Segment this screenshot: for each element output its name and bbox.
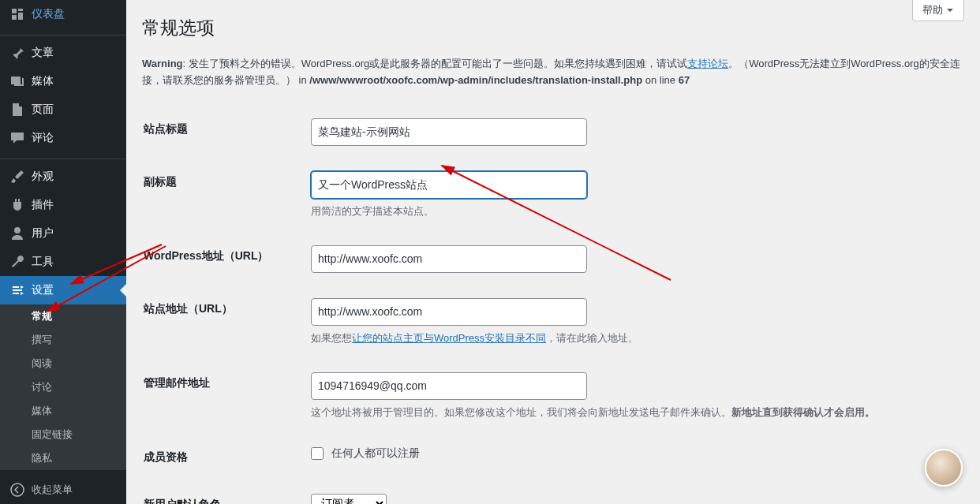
- sidebar-item-tools[interactable]: 工具: [0, 248, 126, 276]
- membership-label: 成员资格: [144, 435, 301, 480]
- site-title-label: 站点标题: [144, 106, 301, 158]
- admin-email-label: 管理邮件地址: [144, 360, 301, 433]
- help-tab[interactable]: 帮助: [912, 0, 964, 21]
- site-url-label: 站点地址（URL）: [144, 286, 301, 359]
- media-icon: [9, 73, 25, 89]
- sidebar-item-users[interactable]: 用户: [0, 219, 126, 248]
- sidebar-item-comments[interactable]: 评论: [0, 124, 126, 152]
- submenu-item-discussion[interactable]: 讨论: [0, 375, 126, 399]
- warning-message: Warning: 发生了预料之外的错误。WordPress.org或是此服务器的…: [142, 56, 964, 89]
- site-url-description: 如果您想让您的站点主页与WordPress安装目录不同，请在此输入地址。: [311, 330, 955, 347]
- sidebar-item-pages[interactable]: 页面: [0, 95, 126, 124]
- pin-icon: [9, 45, 25, 61]
- page-icon: [9, 102, 25, 118]
- settings-submenu: 常规 撰写 阅读 讨论 媒体 固定链接 隐私: [0, 304, 126, 470]
- collapse-label: 收起菜单: [32, 483, 73, 497]
- sidebar-item-settings[interactable]: 设置: [0, 276, 126, 304]
- svg-point-0: [11, 483, 24, 496]
- admin-email-description: 这个地址将被用于管理目的。如果您修改这个地址，我们将会向新地址发送电子邮件来确认…: [311, 405, 955, 421]
- site-url-help-link[interactable]: 让您的站点主页与WordPress安装目录不同: [352, 332, 546, 344]
- sidebar-label: 外观: [32, 170, 54, 184]
- sidebar-item-dashboard[interactable]: 仪表盘: [0, 0, 126, 28]
- comment-icon: [9, 130, 25, 146]
- membership-checkbox[interactable]: [311, 447, 324, 460]
- sidebar-label: 设置: [32, 283, 54, 297]
- floating-avatar[interactable]: [925, 449, 963, 487]
- submenu-item-reading[interactable]: 阅读: [0, 352, 126, 375]
- sidebar-label: 插件: [32, 198, 54, 212]
- support-forum-link[interactable]: 支持论坛: [687, 58, 728, 69]
- sidebar-item-posts[interactable]: 文章: [0, 39, 126, 67]
- sidebar-item-plugins[interactable]: 插件: [0, 191, 126, 219]
- submenu-item-media[interactable]: 媒体: [0, 399, 126, 423]
- tagline-label: 副标题: [144, 159, 301, 232]
- plugin-icon: [9, 197, 25, 213]
- submenu-item-permalinks[interactable]: 固定链接: [0, 423, 126, 446]
- default-role-select[interactable]: 订阅者: [311, 494, 387, 504]
- wp-url-label: WordPress地址（URL）: [144, 233, 301, 285]
- settings-icon: [9, 282, 25, 298]
- page-title: 常规选项: [142, 0, 964, 48]
- user-icon: [9, 226, 25, 241]
- submenu-item-general[interactable]: 常规: [0, 304, 126, 328]
- sidebar-item-appearance[interactable]: 外观: [0, 162, 126, 191]
- collapse-icon: [9, 482, 25, 498]
- sidebar-label: 媒体: [32, 74, 54, 88]
- wp-url-input[interactable]: [311, 245, 587, 273]
- menu-separator: [0, 32, 126, 35]
- membership-checkbox-label[interactable]: 任何人都可以注册: [311, 446, 420, 459]
- site-url-input[interactable]: [311, 298, 587, 326]
- sidebar-label: 文章: [32, 46, 54, 60]
- sidebar-label: 工具: [32, 255, 54, 269]
- admin-email-input[interactable]: [311, 372, 587, 400]
- default-role-label: 新用户默认角色: [144, 482, 301, 504]
- wrench-icon: [9, 254, 25, 270]
- chevron-down-icon: [946, 6, 954, 14]
- sidebar-item-media[interactable]: 媒体: [0, 67, 126, 95]
- menu-separator: [0, 155, 126, 159]
- sidebar-label: 用户: [32, 226, 54, 241]
- dashboard-icon: [9, 6, 25, 22]
- tagline-input[interactable]: [311, 171, 587, 199]
- sidebar-label: 页面: [32, 103, 54, 117]
- sidebar-label: 仪表盘: [32, 7, 65, 21]
- collapse-menu[interactable]: 收起菜单: [0, 476, 126, 504]
- tagline-description: 用简洁的文字描述本站点。: [311, 203, 955, 220]
- submenu-item-privacy[interactable]: 隐私: [0, 446, 126, 470]
- brush-icon: [9, 169, 25, 185]
- submenu-item-writing[interactable]: 撰写: [0, 328, 126, 352]
- help-tab-label: 帮助: [922, 3, 943, 17]
- site-title-input[interactable]: [311, 118, 587, 146]
- sidebar-label: 评论: [32, 131, 54, 145]
